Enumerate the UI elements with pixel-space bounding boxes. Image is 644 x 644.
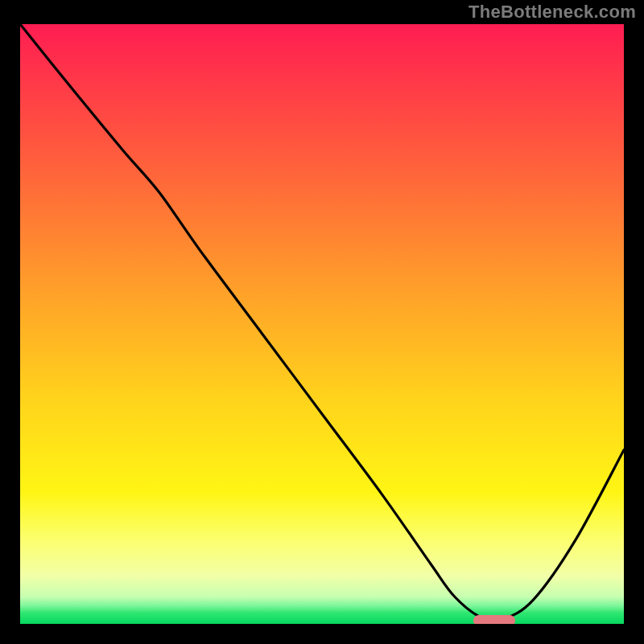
bottleneck-curve [20,24,624,621]
curve-layer [20,24,624,624]
plot-area [20,24,624,624]
chart-root: TheBottleneck.com [0,0,644,644]
min-marker [473,615,516,624]
watermark-text: TheBottleneck.com [469,2,636,23]
